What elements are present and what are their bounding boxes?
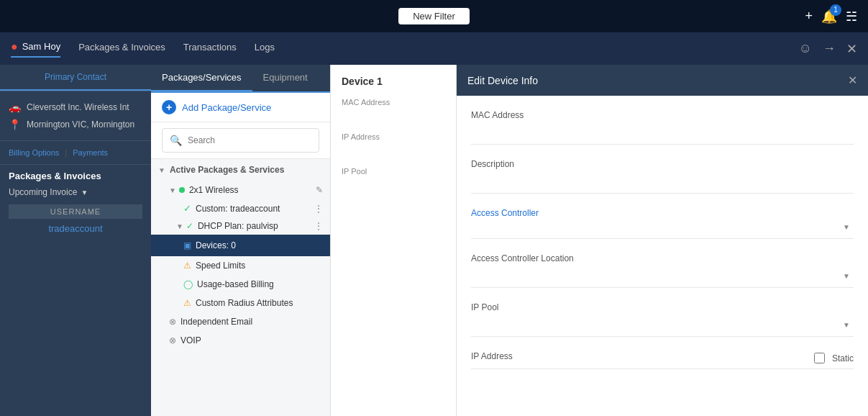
ip-pool-select[interactable] bbox=[471, 316, 854, 333]
independent-label: Independent Email bbox=[181, 317, 252, 327]
ip-address-form-label: IP Address bbox=[471, 351, 807, 361]
access-controller-select-wrap: ▼ bbox=[471, 218, 854, 235]
ip-pool-value bbox=[342, 178, 445, 193]
usage-billing-item[interactable]: ◯ Usage-based Billing bbox=[151, 275, 330, 294]
description-input[interactable] bbox=[471, 173, 854, 189]
circle-icon: ◯ bbox=[183, 279, 193, 289]
chevron-down-icon: ▼ bbox=[843, 320, 850, 328]
add-icon[interactable]: + bbox=[805, 9, 813, 24]
speed-limits-item[interactable]: ⚠ Speed Limits bbox=[151, 256, 330, 275]
section-active-packages[interactable]: ▼ Active Packages & Services bbox=[151, 159, 330, 181]
packages-invoices-section: Packages & Invoices Upcoming Invoice ▼ U… bbox=[0, 165, 151, 244]
forward-icon[interactable]: → bbox=[823, 41, 836, 56]
edit-panel-title: Edit Device Info bbox=[467, 75, 538, 86]
mac-address-label: MAC Address bbox=[342, 98, 445, 107]
static-checkbox[interactable] bbox=[814, 353, 825, 363]
voip-label: VOIP bbox=[181, 335, 201, 345]
search-box: 🔍 bbox=[151, 122, 330, 159]
user-icon: ● bbox=[11, 40, 18, 53]
top-bar-actions: + 🔔 1 ☵ bbox=[805, 9, 857, 24]
billing-tabs: Billing Options | Payments bbox=[0, 141, 151, 165]
access-controller-location-label: Access Controller Location bbox=[471, 253, 854, 263]
nav-packages-invoices[interactable]: Packages & Invoices bbox=[78, 42, 165, 55]
devices-item[interactable]: ▣ Devices: 0 bbox=[151, 235, 330, 256]
search-input[interactable] bbox=[188, 132, 311, 148]
middle-tabs: Packages/Services Equipment bbox=[151, 65, 330, 93]
packages-invoices-title: Packages & Invoices bbox=[9, 171, 142, 181]
description-form-label: Description bbox=[471, 159, 854, 169]
chevron-down-icon: ▼ bbox=[81, 189, 88, 196]
top-bar: New Filter + 🔔 1 ☵ bbox=[0, 0, 868, 32]
search-input-wrap: 🔍 bbox=[162, 128, 319, 153]
edit-panel: Edit Device Info ✕ MAC Address Descripti… bbox=[457, 65, 868, 416]
mac-address-value bbox=[342, 109, 445, 124]
grid-icon[interactable]: ☵ bbox=[846, 9, 857, 24]
check-icon: ✓ bbox=[186, 221, 193, 231]
add-package-button[interactable]: + Add Package/Service bbox=[151, 93, 330, 122]
dhcp-label: DHCP Plan: paulvisp bbox=[198, 221, 278, 231]
speed-label: Speed Limits bbox=[196, 261, 245, 271]
smiley-icon[interactable]: ☺ bbox=[799, 41, 812, 56]
radius-label: Custom Radius Attributes bbox=[196, 298, 293, 308]
sidebar-contact: 🚗 Cleversoft Inc. Wireless Int 📍 Morning… bbox=[0, 91, 151, 141]
static-label: Static bbox=[832, 353, 854, 363]
warning-icon: ⚠ bbox=[183, 261, 191, 271]
close-icon[interactable]: ✕ bbox=[848, 73, 857, 87]
tab-primary-contact[interactable]: Primary Contact bbox=[0, 65, 151, 91]
devices-label: Devices: 0 bbox=[196, 240, 236, 250]
access-controller-location-select[interactable] bbox=[471, 267, 854, 284]
notification-count: 1 bbox=[830, 4, 841, 16]
nav-user-name: Sam Hoy bbox=[22, 41, 60, 52]
notification-bell[interactable]: 🔔 1 bbox=[821, 9, 837, 24]
voip-item[interactable]: ⊗ VOIP bbox=[151, 331, 330, 350]
ip-address-value bbox=[342, 144, 445, 158]
search-icon: 🔍 bbox=[170, 135, 182, 146]
chevron-down-icon: ▼ bbox=[158, 166, 165, 174]
close-icon[interactable]: ✕ bbox=[846, 41, 857, 57]
minus-circle-icon: ⊗ bbox=[169, 317, 176, 327]
access-controller-select[interactable] bbox=[471, 218, 854, 235]
custom-tradeaccount-item[interactable]: ✓ Custom: tradeaccount ⋮ bbox=[151, 199, 330, 217]
middle-panel: Packages/Services Equipment + Add Packag… bbox=[151, 65, 331, 416]
mac-address-field: MAC Address bbox=[471, 110, 854, 145]
ip-address-label: IP Address bbox=[342, 132, 445, 141]
ip-address-static-row: IP Address Static bbox=[471, 351, 854, 369]
mac-address-input[interactable] bbox=[471, 124, 854, 140]
username-value[interactable]: tradeaccount bbox=[9, 219, 142, 238]
nav-transactions[interactable]: Transactions bbox=[183, 42, 237, 55]
payments-tab[interactable]: Payments bbox=[73, 147, 108, 158]
upcoming-invoice[interactable]: Upcoming Invoice ▼ bbox=[9, 187, 142, 197]
description-field: Description bbox=[471, 159, 854, 194]
company-name: Cleversoft Inc. Wireless Int bbox=[27, 102, 129, 112]
access-controller-link[interactable]: Access Controller bbox=[471, 208, 854, 218]
custom-label: Custom: tradeaccount bbox=[196, 204, 280, 214]
minus-circle-icon: ⊗ bbox=[169, 335, 176, 345]
menu-dots-icon[interactable]: ⋮ bbox=[314, 221, 323, 231]
nav-logs[interactable]: Logs bbox=[255, 42, 275, 55]
menu-dots-icon[interactable]: ⋮ bbox=[314, 204, 323, 214]
warning-icon: ⚠ bbox=[183, 298, 191, 308]
tab-equipment[interactable]: Equipment bbox=[252, 65, 319, 91]
access-controller-field: Access Controller ▼ bbox=[471, 208, 854, 239]
username-header: USERNAME bbox=[9, 204, 142, 219]
usage-label: Usage-based Billing bbox=[197, 279, 274, 289]
radius-attributes-item[interactable]: ⚠ Custom Radius Attributes bbox=[151, 294, 330, 312]
wireless-package-item[interactable]: ▼ 2x1 Wireless ✎ bbox=[151, 181, 330, 199]
billing-options-tab[interactable]: Billing Options bbox=[9, 147, 59, 158]
username-section: USERNAME tradeaccount bbox=[9, 204, 142, 238]
truck-icon: 🚗 bbox=[9, 101, 21, 113]
check-icon: ✓ bbox=[183, 203, 191, 214]
sidebar-tabs: Primary Contact bbox=[0, 65, 151, 91]
address-row: 📍 Mornington VIC, Mornington bbox=[9, 116, 142, 133]
edit-icon[interactable]: ✎ bbox=[316, 185, 323, 195]
independent-email-item[interactable]: ⊗ Independent Email bbox=[151, 312, 330, 331]
dhcp-plan-item[interactable]: ▼ ✓ DHCP Plan: paulvisp ⋮ bbox=[151, 217, 330, 235]
left-sidebar: Primary Contact 🚗 Cleversoft Inc. Wirele… bbox=[0, 65, 151, 416]
nav-user[interactable]: ● Sam Hoy bbox=[11, 40, 60, 58]
access-controller-location-select-wrap: ▼ bbox=[471, 267, 854, 284]
filter-button[interactable]: New Filter bbox=[398, 8, 470, 24]
upcoming-invoice-label: Upcoming Invoice bbox=[9, 187, 77, 197]
tab-packages-services[interactable]: Packages/Services bbox=[151, 65, 252, 91]
nav-right-icons: ☺ → ✕ bbox=[799, 41, 857, 57]
status-dot bbox=[179, 187, 185, 193]
